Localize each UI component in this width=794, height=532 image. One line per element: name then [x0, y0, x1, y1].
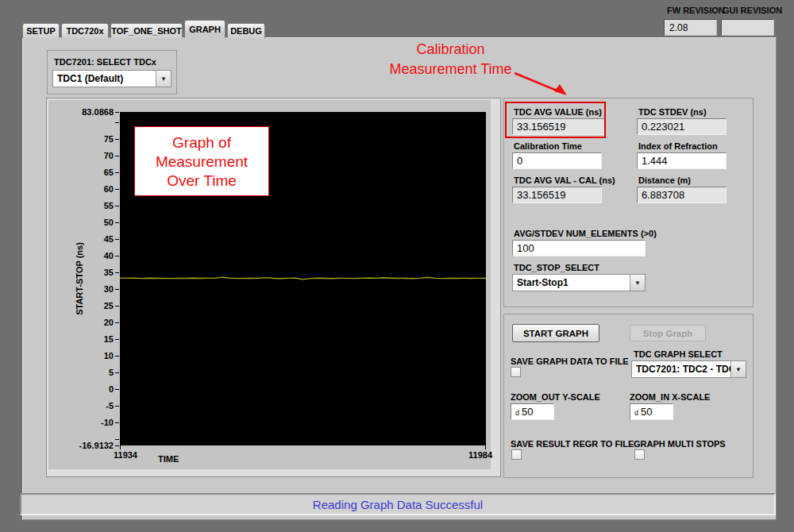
num-elements-label: AVG/STDEV NUM_ELEMENTS (>0)	[514, 229, 657, 238]
graph-annotation-box: Graph of Measurement Over Time	[134, 126, 269, 196]
save-result-checkbox[interactable]	[511, 449, 522, 460]
graph-tab-panel: TDC7201: SELECT TDCx TDC1 (Default) ▼ ST…	[22, 37, 777, 520]
stop-select-label: TDC_STOP_SELECT	[514, 263, 599, 272]
y-tick-label: 83.0868	[48, 106, 114, 118]
callout-line: Measurement Time	[361, 60, 540, 79]
y-tick-label: 60	[48, 183, 114, 195]
tdc-select-group: TDC7201: SELECT TDCx TDC1 (Default) ▼	[47, 50, 177, 94]
calibration-time-field[interactable]: 0	[512, 152, 602, 169]
annotation-line: Over Time	[135, 172, 268, 191]
y-tick-label: 50	[48, 217, 114, 228]
y-tick-mark	[115, 206, 119, 206]
y-tick-label: 25	[48, 300, 114, 311]
annotation-line: Graph of	[135, 133, 268, 152]
y-tick-label: 55	[48, 200, 114, 211]
tdc-select-label: TDC7201: SELECT TDCx	[54, 57, 156, 67]
y-tick-label: 5	[48, 367, 114, 378]
results-panel: TDC AVG VALUE (ns) 33.156519 TDC STDEV (…	[503, 98, 754, 307]
graph-select-value: TDC7201: TDC2 - TDC1	[632, 361, 730, 377]
multi-stops-checkbox[interactable]	[634, 449, 645, 460]
x-tick-label: 11934	[114, 450, 153, 460]
y-tick-mark	[115, 256, 119, 256]
x-axis-title: TIME	[158, 454, 179, 464]
x-tick-label: 11984	[453, 450, 492, 460]
avg-minus-cal-label: TDC AVG VAL - CAL (ns)	[514, 175, 615, 185]
fw-revision-label: FW REVISION	[667, 6, 725, 15]
y-tick-label: 20	[48, 317, 114, 328]
y-tick-label: 35	[48, 267, 114, 278]
callout-line: Calibration	[361, 40, 540, 60]
y-tick-mark	[115, 445, 119, 446]
status-text: Reading Graph Data Successful	[313, 498, 483, 511]
y-tick-mark	[115, 222, 119, 223]
y-tick-mark	[115, 439, 119, 440]
y-tick-label: -10	[48, 417, 114, 428]
graph-area: START-STOP (ns) 83.086875706560555045403…	[48, 100, 491, 469]
calibration-time-label: Calibration Time	[514, 141, 582, 151]
y-tick-mark	[115, 389, 119, 390]
tdc-avg-label: TDC AVG VALUE (ns)	[514, 107, 602, 117]
y-tick-label: 10	[48, 350, 114, 361]
status-bar: Reading Graph Data Successful	[20, 493, 776, 515]
index-refraction-field[interactable]: 1.444	[637, 152, 727, 169]
graph-frame: START-STOP (ns) 83.086875706560555045403…	[46, 98, 501, 477]
y-tick-mark	[115, 239, 119, 240]
stop-select-value: Start-Stop1	[513, 275, 630, 291]
save-graph-checkbox[interactable]	[511, 367, 521, 377]
tdc-select-dropdown[interactable]: TDC1 (Default) ▼	[52, 70, 172, 87]
zoom-out-field[interactable]: d50	[511, 403, 554, 420]
y-tick-mark	[115, 189, 119, 190]
start-graph-button[interactable]: START GRAPH	[512, 324, 599, 342]
radix-indicator: d	[634, 409, 638, 417]
y-tick-label: 40	[48, 250, 114, 261]
chevron-down-icon[interactable]: ▼	[630, 275, 645, 291]
y-tick-mark	[115, 372, 119, 373]
graph-select-dropdown[interactable]: TDC7201: TDC2 - TDC1 ▼	[631, 360, 746, 378]
y-tick-label: 15	[48, 333, 114, 345]
annotation-line: Measurement	[135, 152, 268, 172]
tab-tdc720x[interactable]: TDC720x	[61, 23, 109, 38]
fw-revision-field: 2.08	[664, 19, 717, 36]
tdc-avg-field: 33.156519	[512, 118, 605, 135]
radix-indicator: d	[515, 409, 519, 417]
tab-graph[interactable]: GRAPH	[184, 20, 225, 38]
tdc7201-evm-window: { "header": { "fw_revision_label": "FW R…	[0, 0, 794, 532]
distance-label: Distance (m)	[638, 175, 691, 185]
stop-select-dropdown[interactable]: Start-Stop1 ▼	[512, 274, 646, 291]
chevron-down-icon[interactable]: ▼	[156, 71, 171, 87]
num-elements-field[interactable]: 100	[512, 240, 646, 256]
x-tick-mark	[485, 445, 486, 449]
y-tick-label: 75	[48, 133, 114, 145]
x-tick-mark	[120, 445, 121, 449]
y-tick-mark	[115, 322, 119, 323]
y-tick-mark	[115, 156, 119, 156]
y-tick-mark	[115, 422, 119, 423]
gui-revision-label: GUI REVISION	[723, 6, 782, 15]
chevron-down-icon[interactable]: ▼	[730, 361, 746, 377]
index-refraction-label: Index of Refraction	[638, 141, 718, 151]
y-tick-label: 70	[48, 150, 114, 161]
y-tick-mark	[115, 112, 119, 113]
tab-debug[interactable]: DEBUG	[227, 23, 265, 38]
y-tick-mark	[115, 339, 119, 340]
y-tick-mark	[115, 289, 119, 290]
zoom-out-label: ZOOM_OUT Y-SCALE	[511, 392, 600, 402]
zoom-in-field[interactable]: d50	[630, 403, 673, 420]
avg-minus-cal-field: 33.156519	[512, 187, 602, 203]
y-tick-label: 30	[48, 283, 114, 295]
y-tick-mark	[115, 272, 119, 273]
y-tick-mark	[115, 306, 119, 306]
save-graph-label: SAVE GRAPH DATA TO FILE	[511, 357, 629, 366]
zoom-out-value: 50	[522, 406, 533, 418]
graph-controls-panel: START GRAPH Stop Graph SAVE GRAPH DATA T…	[503, 314, 754, 478]
y-tick-label: -16.9132	[48, 440, 114, 451]
y-tick-label: 45	[48, 233, 114, 245]
tdc-select-value: TDC1 (Default)	[53, 71, 156, 87]
y-tick-label: 65	[48, 167, 114, 178]
tab-setup[interactable]: SETUP	[22, 23, 60, 38]
stop-graph-button: Stop Graph	[630, 325, 706, 341]
multi-stops-label: GRAPH MULTI STOPS	[634, 439, 726, 449]
y-tick-mark	[115, 406, 119, 407]
tab-tof-one-shot[interactable]: TOF_ONE_SHOT	[110, 23, 183, 38]
zoom-in-value: 50	[641, 406, 652, 418]
